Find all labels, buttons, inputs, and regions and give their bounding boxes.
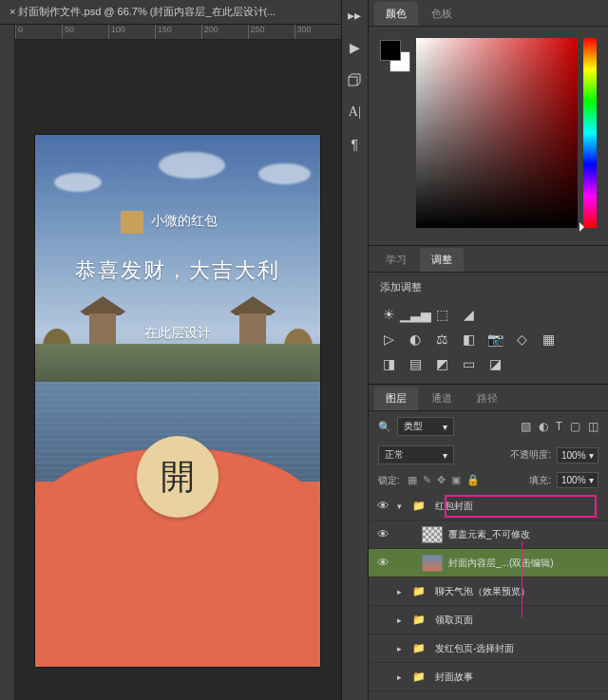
chevron-down-icon: ▾ bbox=[443, 422, 447, 432]
layer-name[interactable]: 封面内容层_...(双击编辑) bbox=[448, 557, 602, 570]
posterize-icon[interactable]: ▤ bbox=[407, 355, 424, 372]
search-icon[interactable]: 🔍 bbox=[378, 421, 391, 433]
layer-row[interactable]: 👁▾📁红包封面 bbox=[369, 492, 608, 520]
tab-learn[interactable]: 学习 bbox=[374, 248, 418, 272]
threshold-icon[interactable]: ◩ bbox=[433, 355, 450, 372]
layer-thumbnail bbox=[422, 555, 443, 572]
layer-name[interactable]: 发红包页-选择封面 bbox=[435, 642, 602, 655]
tab-channels[interactable]: 通道 bbox=[420, 387, 464, 410]
selective-color-icon[interactable]: ◪ bbox=[486, 355, 504, 372]
tab-paths[interactable]: 路径 bbox=[466, 387, 509, 410]
layer-row[interactable]: ▸📁聊天气泡（效果预览） bbox=[369, 577, 608, 606]
channel-mixer-icon[interactable]: ◇ bbox=[513, 331, 530, 348]
lock-brush-icon[interactable]: ✎ bbox=[423, 474, 431, 486]
hue-slider[interactable] bbox=[583, 38, 597, 228]
lock-label: 锁定: bbox=[378, 474, 400, 487]
blend-mode-row: 正常▾ 不透明度: 100%▾ bbox=[369, 442, 608, 468]
balance-icon[interactable]: ⚖ bbox=[433, 331, 450, 348]
hue-handle-icon[interactable] bbox=[580, 222, 584, 232]
filter-type-icon[interactable]: T bbox=[556, 420, 562, 433]
photo-filter-icon[interactable]: 📷 bbox=[486, 331, 504, 348]
layer-list[interactable]: 👁▾📁红包封面👁覆盖元素_不可修改👁封面内容层_...(双击编辑)▸📁聊天气泡（… bbox=[369, 492, 608, 700]
chevron-down-icon[interactable]: ▾ bbox=[397, 501, 408, 511]
play-icon[interactable]: ▶ bbox=[345, 38, 364, 57]
color-field[interactable] bbox=[416, 38, 578, 228]
fill-label: 填充: bbox=[529, 474, 551, 487]
chevron-down-icon: ▾ bbox=[443, 450, 447, 461]
brightness-icon[interactable]: ☀ bbox=[380, 306, 397, 323]
layers-panel: 图层 通道 路径 🔍 类型▾ ▧ ◐ T ▢ ◫ 正常▾ 不透明度: 100%▾… bbox=[369, 384, 608, 700]
visibility-toggle[interactable]: 👁 bbox=[369, 499, 397, 513]
foreground-swatch[interactable] bbox=[380, 40, 401, 61]
ruler-horizontal: 050100150200250300 bbox=[15, 25, 341, 40]
layer-name[interactable]: 聊天气泡（效果预览） bbox=[435, 585, 602, 598]
greeting-text: 恭喜发财，大吉大利 bbox=[35, 256, 320, 285]
blend-mode-select[interactable]: 正常▾ bbox=[378, 445, 454, 464]
tab-adjust[interactable]: 调整 bbox=[420, 248, 464, 272]
opacity-label: 不透明度: bbox=[510, 448, 551, 462]
chevron-right-icon[interactable]: ▸ bbox=[397, 587, 408, 596]
invert-icon[interactable]: ◨ bbox=[380, 355, 397, 372]
lock-transparent-icon[interactable]: ▦ bbox=[408, 474, 417, 486]
tab-swatches[interactable]: 色板 bbox=[420, 2, 464, 26]
vibrance-icon[interactable]: ▷ bbox=[380, 331, 397, 348]
visibility-toggle[interactable]: 👁 bbox=[369, 556, 397, 570]
ruler-vertical bbox=[0, 25, 15, 700]
fill-input[interactable]: 100%▾ bbox=[557, 472, 598, 488]
panels-column: 颜色 色板 学习 调整 添加调整 ☀ ▁▃▅ ⬚ ◢ ▷ ◐ ⚖ bbox=[369, 0, 608, 700]
exposure-icon[interactable]: ◢ bbox=[460, 306, 477, 323]
adjustments-panel: 学习 调整 添加调整 ☀ ▁▃▅ ⬚ ◢ ▷ ◐ ⚖ ◧ 📷 ◇ ▦ ◨ ▤ bbox=[369, 245, 608, 384]
layer-name[interactable]: 封面故事 bbox=[435, 671, 602, 684]
document-tab[interactable]: × 封面制作文件.psd @ 66.7% (封面内容层_在此层设计(... bbox=[0, 0, 341, 25]
fg-bg-swatches[interactable] bbox=[380, 40, 410, 234]
type-glyphs-icon[interactable]: A| bbox=[345, 103, 364, 122]
lock-artboard-icon[interactable]: ▣ bbox=[451, 474, 461, 486]
tab-color[interactable]: 颜色 bbox=[374, 2, 418, 26]
canvas-area[interactable]: 小微的红包 恭喜发财，大吉大利 在此层设计 開 bbox=[15, 40, 341, 700]
expand-panels-icon[interactable]: ▸▸ bbox=[345, 6, 364, 25]
chevron-right-icon[interactable]: ▸ bbox=[397, 615, 408, 625]
layer-row[interactable]: ▸📁领取页面 bbox=[369, 606, 608, 634]
folder-icon: 📁 bbox=[408, 583, 429, 600]
chevron-right-icon[interactable]: ▸ bbox=[397, 672, 408, 682]
paragraph-icon[interactable]: ¶ bbox=[345, 135, 364, 154]
opacity-input[interactable]: 100%▾ bbox=[557, 447, 598, 464]
tab-layers[interactable]: 图层 bbox=[374, 387, 418, 410]
add-adjustment-label: 添加调整 bbox=[369, 273, 608, 302]
layer-row[interactable]: ▸📁发红包页-选择封面 bbox=[369, 634, 608, 663]
adjustment-icons-grid: ☀ ▁▃▅ ⬚ ◢ ▷ ◐ ⚖ ◧ 📷 ◇ ▦ ◨ ▤ ◩ ▭ ◪ bbox=[369, 302, 608, 384]
bw-icon[interactable]: ◧ bbox=[460, 331, 477, 348]
owner-name: 小微的红包 bbox=[151, 213, 218, 230]
layer-row[interactable]: 👁封面内容层_...(双击编辑) bbox=[369, 549, 608, 577]
chevron-right-icon[interactable]: ▸ bbox=[397, 644, 408, 653]
hue-icon[interactable]: ◐ bbox=[407, 331, 424, 348]
lock-row: 锁定: ▦ ✎ ✥ ▣ 🔒 填充: 100%▾ bbox=[369, 468, 608, 492]
curves-icon[interactable]: ⬚ bbox=[433, 306, 450, 323]
3d-icon[interactable] bbox=[345, 70, 364, 89]
layer-filter-row: 🔍 类型▾ ▧ ◐ T ▢ ◫ bbox=[369, 411, 608, 442]
filter-adjust-icon[interactable]: ◐ bbox=[539, 420, 548, 433]
lock-position-icon[interactable]: ✥ bbox=[437, 474, 446, 486]
folder-icon: 📁 bbox=[408, 640, 429, 657]
visibility-toggle[interactable]: 👁 bbox=[369, 527, 397, 541]
document-window: × 封面制作文件.psd @ 66.7% (封面内容层_在此层设计(... 05… bbox=[0, 0, 341, 700]
lut-icon[interactable]: ▦ bbox=[540, 331, 557, 348]
open-button: 開 bbox=[137, 436, 218, 518]
layer-row[interactable]: 👁覆盖元素_不可修改 bbox=[369, 520, 608, 549]
layer-row[interactable]: ▸📁封面故事 bbox=[369, 663, 608, 691]
gradient-map-icon[interactable]: ▭ bbox=[460, 355, 477, 372]
vertical-toolstrip: ▸▸ ▶ A| ¶ bbox=[341, 0, 370, 700]
layer-name[interactable]: 领取页面 bbox=[435, 614, 602, 627]
lock-all-icon[interactable]: 🔒 bbox=[466, 474, 480, 486]
filter-smart-icon[interactable]: ◫ bbox=[588, 420, 598, 433]
folder-icon: 📁 bbox=[408, 498, 429, 515]
filter-pixel-icon[interactable]: ▧ bbox=[521, 420, 531, 433]
filter-shape-icon[interactable]: ▢ bbox=[570, 420, 580, 433]
levels-icon[interactable]: ▁▃▅ bbox=[407, 306, 424, 323]
layer-name[interactable]: 红包封面 bbox=[435, 500, 602, 513]
layer-name[interactable]: 覆盖元素_不可修改 bbox=[448, 528, 602, 541]
svg-rect-0 bbox=[349, 77, 357, 85]
filter-type-select[interactable]: 类型▾ bbox=[397, 417, 454, 436]
folder-icon: 📁 bbox=[408, 612, 429, 629]
design-hint-text: 在此层设计 bbox=[35, 325, 320, 342]
